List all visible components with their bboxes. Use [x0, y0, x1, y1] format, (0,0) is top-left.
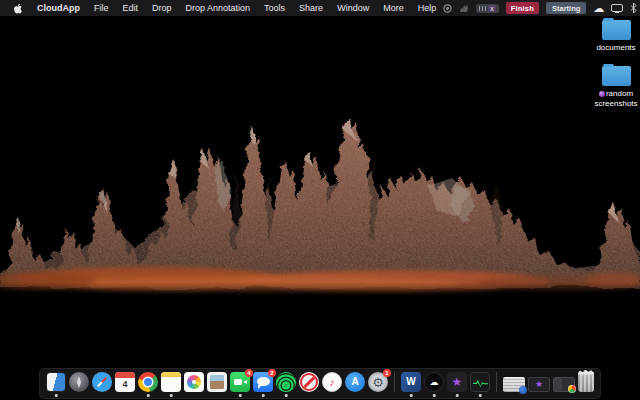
notes-icon	[161, 372, 181, 392]
dock-minimized-document-window[interactable]	[503, 377, 525, 392]
dock-photos[interactable]	[184, 372, 204, 392]
folder-label: documents	[596, 43, 635, 53]
menubar-status: x Finish Starting ☁ 25% Wed 2:24 PM	[443, 2, 640, 14]
notification-badge: 4	[245, 369, 253, 377]
menu-cloudapp[interactable]: CloudApp	[30, 3, 87, 13]
bluetooth-icon[interactable]	[630, 3, 637, 13]
desktop: CloudAppFileEditDropDrop AnnotationTools…	[0, 0, 640, 400]
cloudapp-glyph: ☁	[425, 373, 443, 391]
dock-activity-monitor[interactable]	[470, 372, 490, 392]
dock-calendar[interactable]: 4	[115, 372, 135, 392]
menu-more[interactable]: More	[376, 3, 411, 13]
menu-tools[interactable]: Tools	[257, 3, 292, 13]
cloudapp-icon: ☁	[424, 372, 444, 392]
preview-icon	[207, 372, 227, 392]
purple-emoji-icon	[599, 91, 605, 97]
dock-safari[interactable]	[92, 372, 112, 392]
appstore-icon: A	[345, 372, 365, 392]
folder-icon	[602, 66, 631, 86]
dock-spotify[interactable]	[276, 372, 296, 392]
menu-drop-annotation[interactable]: Drop Annotation	[179, 3, 258, 13]
apple-menu[interactable]	[6, 2, 30, 14]
launchpad-icon	[69, 372, 89, 392]
menu-share[interactable]: Share	[292, 3, 330, 13]
dock-separator	[394, 372, 395, 392]
running-indicator	[410, 394, 413, 397]
imovie-icon: ★	[447, 372, 467, 392]
dock-minimized-imovie-window[interactable]: ★	[528, 377, 550, 392]
running-indicator	[55, 394, 58, 397]
record-status-icon[interactable]	[443, 4, 452, 13]
dock-notes[interactable]	[161, 372, 181, 392]
menu-edit[interactable]: Edit	[116, 3, 146, 13]
folder-label: random screenshots	[593, 89, 639, 108]
minwin-chrome-icon	[553, 377, 575, 392]
safari-icon	[92, 372, 112, 392]
finish-badge[interactable]: Finish	[506, 2, 539, 14]
dock-preview[interactable]	[207, 372, 227, 392]
imovie-glyph: ★	[447, 372, 467, 392]
menu-window[interactable]: Window	[330, 3, 376, 13]
menu-bar: CloudAppFileEditDropDrop AnnotationTools…	[0, 0, 640, 16]
dock-microsoft-word[interactable]: W	[401, 372, 421, 392]
dock-do-not-disturb[interactable]	[299, 372, 319, 392]
minwin-imovie-glyph: ★	[529, 378, 549, 391]
dock-launchpad[interactable]	[69, 372, 89, 392]
dock: 442♪A⚙1W☁★★	[39, 368, 601, 399]
desktop-folder-random-screenshots[interactable]: random screenshots	[593, 66, 639, 108]
dock-separator	[496, 372, 497, 392]
calendar-icon: 4	[115, 372, 135, 392]
calendar-glyph: 4	[115, 372, 135, 392]
running-indicator	[147, 394, 150, 397]
app-menus: CloudAppFileEditDropDrop AnnotationTools…	[30, 3, 443, 13]
desktop-folder-documents[interactable]: documents	[593, 20, 639, 53]
app-menus-wrap: CloudAppFileEditDropDrop AnnotationTools…	[6, 2, 443, 14]
dock-imovie[interactable]: ★	[447, 372, 467, 392]
appstore-glyph: A	[345, 372, 365, 392]
pips-icon	[479, 6, 486, 11]
menu-file[interactable]: File	[87, 3, 116, 13]
running-indicator	[262, 394, 265, 397]
speed-pill[interactable]: x	[476, 4, 499, 13]
running-indicator	[239, 394, 242, 397]
minwin-doc-icon	[503, 377, 525, 392]
dock-messages[interactable]: 2	[253, 372, 273, 392]
running-indicator	[479, 394, 482, 397]
dock-trash[interactable]	[578, 373, 594, 392]
apple-logo-icon	[13, 2, 23, 14]
word-glyph: W	[401, 372, 421, 392]
blocked-icon	[299, 372, 319, 392]
dock-facetime[interactable]: 4	[230, 372, 250, 392]
dock-app-store[interactable]: A	[345, 372, 365, 392]
dock-minimized-chrome-window[interactable]	[553, 377, 575, 392]
chrome-icon	[138, 372, 158, 392]
cloudapp-menubar-icon[interactable]: ☁	[593, 3, 604, 14]
running-indicator	[285, 394, 288, 397]
screen-mirroring-icon[interactable]	[611, 4, 623, 12]
wallpaper-rock-formations	[0, 0, 640, 400]
minwin-imovie-icon: ★	[528, 377, 550, 392]
word-icon: W	[401, 372, 421, 392]
trash-icon	[578, 373, 594, 392]
starting-badge[interactable]: Starting	[546, 2, 586, 14]
dock-chrome[interactable]	[138, 372, 158, 392]
spotify-icon	[276, 372, 296, 392]
finder-icon	[46, 372, 66, 392]
photos-icon	[184, 372, 204, 392]
folder-icon	[602, 20, 631, 40]
dock-cloudapp[interactable]: ☁	[424, 372, 444, 392]
running-indicator	[433, 394, 436, 397]
dock-itunes[interactable]: ♪	[322, 372, 342, 392]
running-indicator	[456, 394, 459, 397]
animal-app-icon[interactable]	[459, 4, 469, 13]
menu-help[interactable]: Help	[411, 3, 444, 13]
dock-finder[interactable]	[46, 372, 66, 392]
multiplier-label: x	[488, 5, 496, 12]
notification-badge: 2	[268, 369, 276, 377]
itunes-glyph: ♪	[323, 373, 341, 391]
dock-system-preferences[interactable]: ⚙1	[368, 372, 388, 392]
running-indicator	[170, 394, 173, 397]
menu-drop[interactable]: Drop	[145, 3, 179, 13]
notification-badge: 1	[383, 369, 391, 377]
itunes-icon: ♪	[322, 372, 342, 392]
